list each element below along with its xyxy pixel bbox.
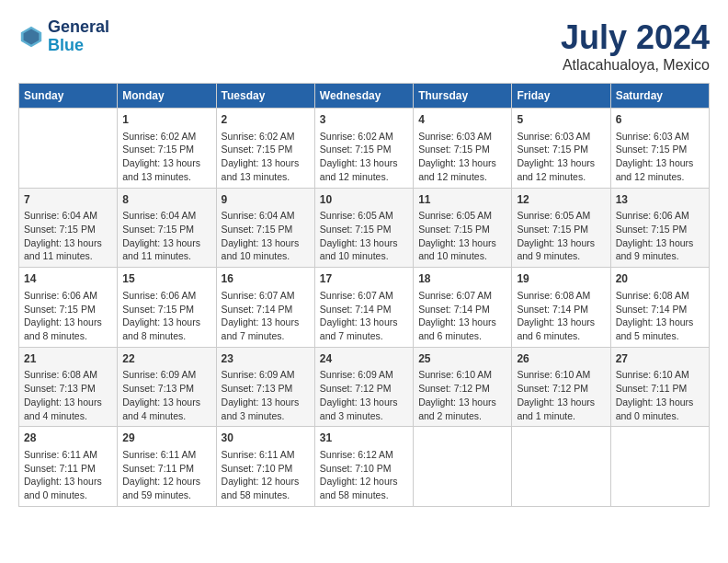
page-header: General Blue July 2024 Atlacahualoya, Me… xyxy=(18,18,710,74)
day-number: 28 xyxy=(24,431,112,446)
day-info: Sunrise: 6:05 AMSunset: 7:15 PMDaylight:… xyxy=(418,209,506,263)
day-number: 30 xyxy=(222,431,310,446)
day-number: 23 xyxy=(222,351,310,367)
day-number: 29 xyxy=(122,431,210,446)
calendar-cell: 19Sunrise: 6:08 AMSunset: 7:14 PMDayligh… xyxy=(512,268,610,348)
calendar-cell: 4Sunrise: 6:03 AMSunset: 7:15 PMDaylight… xyxy=(414,109,512,189)
column-header-tuesday: Tuesday xyxy=(216,84,314,109)
day-info: Sunrise: 6:12 AMSunset: 7:10 PMDaylight:… xyxy=(320,448,408,502)
calendar-table: SundayMondayTuesdayWednesdayThursdayFrid… xyxy=(18,83,710,507)
calendar-cell: 10Sunrise: 6:05 AMSunset: 7:15 PMDayligh… xyxy=(314,188,413,268)
day-number: 18 xyxy=(418,271,506,287)
day-info: Sunrise: 6:09 AMSunset: 7:12 PMDaylight:… xyxy=(320,368,408,422)
calendar-cell: 7Sunrise: 6:04 AMSunset: 7:15 PMDaylight… xyxy=(19,188,118,268)
column-header-friday: Friday xyxy=(512,84,610,109)
day-info: Sunrise: 6:03 AMSunset: 7:15 PMDaylight:… xyxy=(517,130,605,184)
day-info: Sunrise: 6:04 AMSunset: 7:15 PMDaylight:… xyxy=(222,209,310,263)
calendar-cell: 14Sunrise: 6:06 AMSunset: 7:15 PMDayligh… xyxy=(19,268,118,348)
day-info: Sunrise: 6:08 AMSunset: 7:14 PMDaylight:… xyxy=(616,289,704,343)
day-number: 15 xyxy=(122,271,210,287)
column-header-monday: Monday xyxy=(118,84,216,109)
calendar-cell xyxy=(610,427,709,507)
day-info: Sunrise: 6:10 AMSunset: 7:11 PMDaylight:… xyxy=(616,368,704,422)
day-info: Sunrise: 6:07 AMSunset: 7:14 PMDaylight:… xyxy=(222,289,310,343)
calendar-cell: 9Sunrise: 6:04 AMSunset: 7:15 PMDaylight… xyxy=(216,188,314,268)
day-info: Sunrise: 6:08 AMSunset: 7:14 PMDaylight:… xyxy=(517,289,605,343)
day-number: 13 xyxy=(616,192,704,208)
calendar-cell: 24Sunrise: 6:09 AMSunset: 7:12 PMDayligh… xyxy=(314,347,413,427)
day-info: Sunrise: 6:07 AMSunset: 7:14 PMDaylight:… xyxy=(320,289,408,343)
calendar-cell: 27Sunrise: 6:10 AMSunset: 7:11 PMDayligh… xyxy=(610,347,709,427)
calendar-cell: 1Sunrise: 6:02 AMSunset: 7:15 PMDaylight… xyxy=(118,109,216,189)
calendar-body: 1Sunrise: 6:02 AMSunset: 7:15 PMDaylight… xyxy=(19,109,710,507)
day-number: 19 xyxy=(517,271,605,287)
day-number: 8 xyxy=(122,192,210,208)
day-number: 31 xyxy=(320,431,408,446)
logo-text: General Blue xyxy=(48,18,109,55)
day-info: Sunrise: 6:03 AMSunset: 7:15 PMDaylight:… xyxy=(616,130,704,184)
day-number: 22 xyxy=(122,351,210,367)
week-row-5: 28Sunrise: 6:11 AMSunset: 7:11 PMDayligh… xyxy=(19,427,710,507)
day-info: Sunrise: 6:05 AMSunset: 7:15 PMDaylight:… xyxy=(517,209,605,263)
day-info: Sunrise: 6:06 AMSunset: 7:15 PMDaylight:… xyxy=(616,209,704,263)
calendar-cell: 6Sunrise: 6:03 AMSunset: 7:15 PMDaylight… xyxy=(610,109,709,189)
day-number: 4 xyxy=(418,112,506,128)
day-info: Sunrise: 6:11 AMSunset: 7:10 PMDaylight:… xyxy=(222,448,310,502)
day-info: Sunrise: 6:02 AMSunset: 7:15 PMDaylight:… xyxy=(222,130,310,184)
day-number: 3 xyxy=(320,112,408,128)
day-number: 7 xyxy=(24,192,112,208)
day-info: Sunrise: 6:11 AMSunset: 7:11 PMDaylight:… xyxy=(24,448,112,502)
column-header-thursday: Thursday xyxy=(414,84,512,109)
calendar-cell: 29Sunrise: 6:11 AMSunset: 7:11 PMDayligh… xyxy=(118,427,216,507)
calendar-cell: 21Sunrise: 6:08 AMSunset: 7:13 PMDayligh… xyxy=(19,347,118,427)
calendar-cell: 17Sunrise: 6:07 AMSunset: 7:14 PMDayligh… xyxy=(314,268,413,348)
title-block: July 2024 Atlacahualoya, Mexico xyxy=(561,18,710,74)
day-number: 9 xyxy=(222,192,310,208)
calendar-cell: 22Sunrise: 6:09 AMSunset: 7:13 PMDayligh… xyxy=(118,347,216,427)
column-header-sunday: Sunday xyxy=(19,84,118,109)
calendar-cell: 26Sunrise: 6:10 AMSunset: 7:12 PMDayligh… xyxy=(512,347,610,427)
day-number: 1 xyxy=(122,112,210,128)
week-row-4: 21Sunrise: 6:08 AMSunset: 7:13 PMDayligh… xyxy=(19,347,710,427)
calendar-cell: 8Sunrise: 6:04 AMSunset: 7:15 PMDaylight… xyxy=(118,188,216,268)
day-number: 25 xyxy=(418,351,506,367)
column-header-saturday: Saturday xyxy=(610,84,709,109)
main-title: July 2024 xyxy=(561,18,710,57)
day-number: 11 xyxy=(418,192,506,208)
day-info: Sunrise: 6:08 AMSunset: 7:13 PMDaylight:… xyxy=(24,368,112,422)
day-info: Sunrise: 6:06 AMSunset: 7:15 PMDaylight:… xyxy=(24,289,112,343)
day-info: Sunrise: 6:07 AMSunset: 7:14 PMDaylight:… xyxy=(418,289,506,343)
calendar-cell: 2Sunrise: 6:02 AMSunset: 7:15 PMDaylight… xyxy=(216,109,314,189)
day-number: 10 xyxy=(320,192,408,208)
calendar-cell: 31Sunrise: 6:12 AMSunset: 7:10 PMDayligh… xyxy=(314,427,413,507)
calendar-cell xyxy=(19,109,118,189)
logo-icon xyxy=(18,24,44,50)
day-info: Sunrise: 6:04 AMSunset: 7:15 PMDaylight:… xyxy=(24,209,112,263)
day-number: 14 xyxy=(24,271,112,287)
day-number: 26 xyxy=(517,351,605,367)
day-info: Sunrise: 6:10 AMSunset: 7:12 PMDaylight:… xyxy=(517,368,605,422)
day-number: 5 xyxy=(517,112,605,128)
week-row-2: 7Sunrise: 6:04 AMSunset: 7:15 PMDaylight… xyxy=(19,188,710,268)
day-number: 2 xyxy=(222,112,310,128)
day-number: 12 xyxy=(517,192,605,208)
column-header-wednesday: Wednesday xyxy=(314,84,413,109)
week-row-1: 1Sunrise: 6:02 AMSunset: 7:15 PMDaylight… xyxy=(19,109,710,189)
calendar-cell: 23Sunrise: 6:09 AMSunset: 7:13 PMDayligh… xyxy=(216,347,314,427)
calendar-header: SundayMondayTuesdayWednesdayThursdayFrid… xyxy=(19,84,710,109)
calendar-cell: 15Sunrise: 6:06 AMSunset: 7:15 PMDayligh… xyxy=(118,268,216,348)
day-number: 24 xyxy=(320,351,408,367)
day-info: Sunrise: 6:10 AMSunset: 7:12 PMDaylight:… xyxy=(418,368,506,422)
day-info: Sunrise: 6:02 AMSunset: 7:15 PMDaylight:… xyxy=(320,130,408,184)
calendar-cell xyxy=(512,427,610,507)
day-info: Sunrise: 6:05 AMSunset: 7:15 PMDaylight:… xyxy=(320,209,408,263)
calendar-cell: 25Sunrise: 6:10 AMSunset: 7:12 PMDayligh… xyxy=(414,347,512,427)
day-info: Sunrise: 6:09 AMSunset: 7:13 PMDaylight:… xyxy=(122,368,210,422)
calendar-cell: 20Sunrise: 6:08 AMSunset: 7:14 PMDayligh… xyxy=(610,268,709,348)
calendar-cell: 16Sunrise: 6:07 AMSunset: 7:14 PMDayligh… xyxy=(216,268,314,348)
day-number: 6 xyxy=(616,112,704,128)
day-number: 17 xyxy=(320,271,408,287)
day-number: 27 xyxy=(616,351,704,367)
calendar-cell: 30Sunrise: 6:11 AMSunset: 7:10 PMDayligh… xyxy=(216,427,314,507)
day-info: Sunrise: 6:02 AMSunset: 7:15 PMDaylight:… xyxy=(122,130,210,184)
